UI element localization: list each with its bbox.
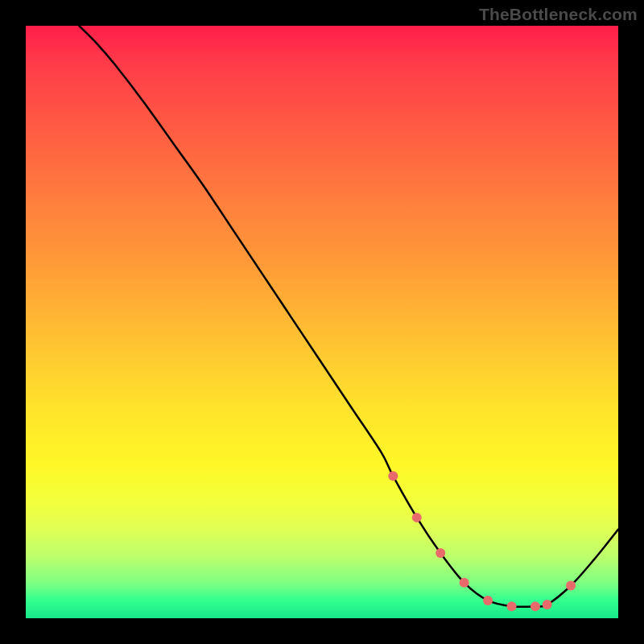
marker-dot [566,581,576,591]
plot-area [26,26,618,618]
marker-dot [412,513,422,522]
marker-dot [507,601,517,611]
curve-markers [388,471,576,611]
chart-svg [26,26,618,618]
marker-dot [483,596,493,605]
marker-dot [530,601,540,611]
bottleneck-curve [79,26,618,607]
marker-dot [460,578,469,588]
marker-dot [388,471,398,481]
marker-dot [543,600,552,609]
chart-stage: TheBottleneck.com [0,0,644,644]
marker-dot [436,548,445,558]
attribution-label: TheBottleneck.com [479,5,638,24]
